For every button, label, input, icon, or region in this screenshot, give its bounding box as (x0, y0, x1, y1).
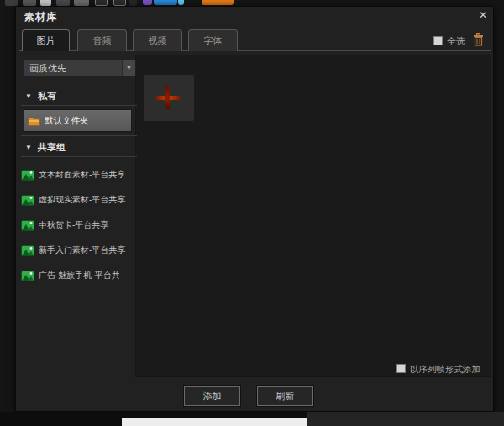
sidebar-item-label: 虚拟现实素材-平台共享 (39, 194, 125, 206)
tab-label: 字体 (204, 34, 223, 47)
sidebar-item-default-folder[interactable]: 默认文件夹 (24, 109, 132, 132)
sidebar-item-shared[interactable]: 虚拟现实素材-平台共享 (21, 187, 134, 213)
divider (21, 156, 137, 157)
select-all-label: 全选 (447, 35, 465, 48)
material-library-dialog: 素材库 ✕ 图片 音频 视频 字体 全选 画质优先 ▼ ▼ 私有 默认文件夹 ▼… (15, 6, 494, 412)
section-shared[interactable]: ▼ 共享组 (25, 141, 66, 154)
picture-icon (21, 170, 34, 181)
toolbar-icon[interactable] (74, 0, 89, 6)
tab-label: 视频 (149, 34, 167, 47)
collapse-arrow-icon[interactable]: ▼ (25, 92, 32, 100)
toolbar-icon[interactable] (56, 0, 70, 6)
trash-icon[interactable] (473, 33, 484, 46)
divider (21, 135, 137, 136)
picture-icon (21, 220, 34, 231)
sequence-frame-label: 以序列帧形式添加 (410, 364, 480, 376)
sidebar-item-shared[interactable]: 广告-魅族手机-平台共 (21, 263, 134, 288)
add-material-tile[interactable] (144, 75, 194, 121)
collapse-arrow-icon[interactable]: ▼ (25, 144, 32, 151)
sidebar-item-label: 广告-魅族手机-平台共 (39, 270, 120, 281)
refresh-button-label: 刷新 (276, 390, 295, 402)
sidebar-item-shared[interactable]: 文本封面素材-平台共享 (21, 162, 134, 187)
sequence-frame-checkbox[interactable] (396, 364, 406, 373)
select-all-checkbox[interactable] (433, 36, 443, 45)
divider (21, 105, 137, 106)
sidebar-item-label: 文本封面素材-平台共享 (39, 169, 125, 181)
refresh-button[interactable]: 刷新 (257, 386, 313, 406)
toolbar-blue-button[interactable] (154, 0, 177, 5)
tab-images[interactable]: 图片 (22, 29, 70, 51)
chevron-down-icon[interactable]: ▼ (122, 60, 135, 76)
background-window-edge (122, 418, 307, 426)
toolbar-orange-button[interactable] (202, 0, 234, 5)
sidebar-item-shared[interactable]: 新手入门素材-平台共享 (21, 238, 134, 263)
toolbar-icon[interactable] (40, 0, 51, 6)
section-private[interactable]: ▼ 私有 (25, 90, 56, 103)
filter-dropdown[interactable]: 画质优先 ▼ (24, 60, 136, 76)
toolbar-icon[interactable] (5, 0, 18, 6)
toolbar-icon[interactable] (113, 0, 126, 6)
tab-label: 图片 (37, 34, 55, 47)
sidebar-item-label: 中秋贺卡-平台共享 (39, 219, 108, 231)
add-plus-icon (165, 86, 170, 109)
sidebar-item-label: 新手入门素材-平台共享 (39, 245, 125, 256)
picture-icon (21, 195, 34, 206)
toolbar-icon[interactable] (129, 0, 137, 6)
picture-icon (21, 245, 34, 256)
add-button[interactable]: 添加 (184, 386, 240, 406)
dialog-title: 素材库 (24, 10, 57, 24)
section-label: 私有 (38, 90, 56, 103)
close-icon[interactable]: ✕ (475, 9, 491, 23)
filter-dropdown-value: 画质优先 (29, 63, 66, 73)
sidebar-item-shared[interactable]: 中秋贺卡-平台共享 (21, 213, 134, 238)
add-button-label: 添加 (203, 390, 222, 402)
section-label: 共享组 (38, 141, 66, 154)
tab-audio[interactable]: 音频 (77, 29, 127, 51)
picture-icon (21, 271, 34, 281)
folder-icon (28, 116, 40, 126)
tab-label: 音频 (93, 34, 112, 47)
toolbar-icon[interactable] (95, 0, 108, 6)
tab-fonts[interactable]: 字体 (188, 29, 238, 51)
sidebar-item-label: 默认文件夹 (45, 115, 89, 127)
toolbar-icon[interactable] (23, 0, 36, 6)
toolbar-purple-button[interactable] (143, 0, 152, 5)
tab-video[interactable]: 视频 (133, 29, 182, 51)
toolbar-cyan-button[interactable] (178, 0, 184, 5)
background-panel (307, 412, 504, 426)
